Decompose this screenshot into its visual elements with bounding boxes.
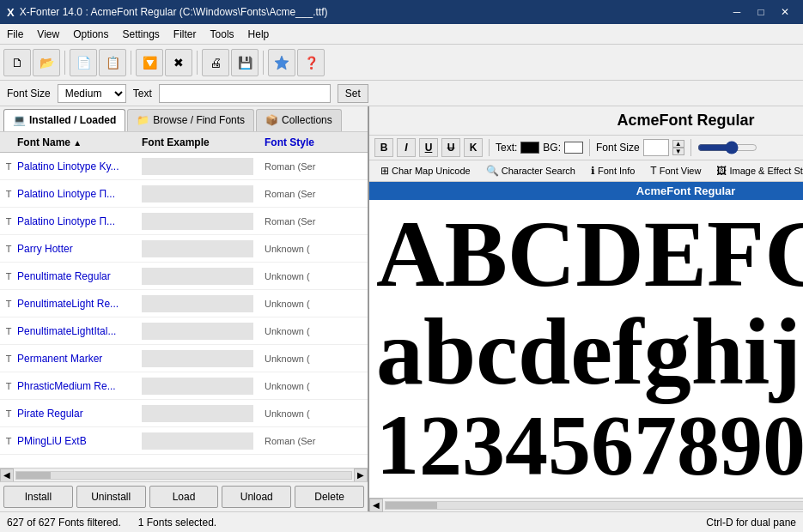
hscroll-left-arrow[interactable]: ◀	[0, 469, 14, 482]
menu-filter[interactable]: Filter	[167, 24, 204, 44]
underline-button[interactable]: U	[419, 138, 438, 157]
menu-settings[interactable]: Settings	[116, 24, 167, 44]
list-item[interactable]: T PMingLiU ExtB Roman (Ser	[0, 427, 368, 455]
list-item[interactable]: T Palatino Linotype П... Roman (Ser	[0, 208, 368, 235]
tab-collections[interactable]: 📦 Collections	[256, 109, 342, 131]
tabs-row: 💻 Installed / Loaded 📁 Browse / Find Fon…	[0, 106, 368, 132]
toolbar-sep-1	[64, 51, 65, 75]
subtab-charmap[interactable]: ⊞ Char Map Unicode	[373, 160, 478, 181]
font-icon: T	[0, 354, 17, 364]
toolbar-copy[interactable]: 📋	[99, 49, 126, 76]
preview-hscroll-track[interactable]	[385, 501, 803, 510]
fontsize-row: Font Size Small Medium Large X-Large Tex…	[0, 81, 803, 106]
font-name: Parry Hotter	[17, 243, 142, 255]
main-area: 💻 Installed / Loaded 📁 Browse / Find Fon…	[0, 106, 803, 511]
list-item[interactable]: T PenultimateLightItal... Unknown (	[0, 317, 368, 345]
hscroll-track[interactable]	[15, 471, 352, 480]
subtab-fontinfo[interactable]: ℹ Font Info	[583, 160, 642, 181]
toolbar-star[interactable]	[268, 49, 295, 76]
font-style: Unknown (	[265, 271, 368, 281]
toolbar-sep-2	[589, 139, 590, 156]
tab-collections-label: Collections	[282, 114, 332, 126]
toolbar-help[interactable]: ❓	[297, 49, 325, 76]
maximize-button[interactable]: □	[750, 3, 772, 21]
menu-help[interactable]: Help	[241, 24, 277, 44]
preview-hscroll-thumb[interactable]	[386, 502, 437, 509]
font-example	[142, 240, 265, 257]
list-item[interactable]: T PhrasticMedium Re... Unknown (	[0, 372, 368, 400]
special-button[interactable]: K	[464, 138, 483, 157]
fontsize-label: Font Size	[7, 88, 51, 100]
charmap-icon: ⊞	[380, 165, 389, 177]
size-slider[interactable]	[697, 144, 757, 151]
col-example-header: Font Example	[142, 136, 265, 148]
minimize-button[interactable]: ─	[726, 3, 748, 21]
strikethrough-button[interactable]: U	[441, 138, 460, 157]
toolbar-filter[interactable]: 🔽	[136, 49, 163, 76]
toolbar-filter-clear[interactable]: ✖	[165, 49, 192, 76]
hscroll-thumb[interactable]	[16, 472, 51, 479]
menu-view[interactable]: View	[30, 24, 66, 44]
unload-button[interactable]: Unload	[222, 486, 291, 508]
font-icon: T	[0, 161, 17, 172]
toolbar-sep-4	[263, 51, 264, 75]
col-style-header[interactable]: Font Style	[265, 136, 368, 148]
font-name: Penultimate Regular	[17, 270, 142, 282]
preview-title: AcmeFont Regular	[636, 184, 736, 197]
list-item[interactable]: T Permanent Marker Unknown (	[0, 345, 368, 372]
font-name: PMingLiU ExtB	[17, 435, 142, 447]
svg-marker-0	[275, 56, 289, 70]
fontsize-rt-label: Font Size	[596, 142, 640, 154]
tab-installed[interactable]: 💻 Installed / Loaded	[3, 109, 125, 131]
list-item[interactable]: T Pirate Regular Unknown (	[0, 400, 368, 427]
subtab-fontview[interactable]: T Font View	[642, 160, 709, 181]
list-item[interactable]: T Palatino Linotype П... Roman (Ser	[0, 180, 368, 208]
bold-button[interactable]: B	[374, 138, 393, 157]
toolbar-export[interactable]: 💾	[231, 49, 259, 76]
list-item[interactable]: T PenultimateLight Re... Unknown (	[0, 290, 368, 317]
tab-browse[interactable]: 📁 Browse / Find Fonts	[127, 109, 254, 131]
load-button[interactable]: Load	[149, 486, 219, 508]
spin-down-button[interactable]: ▼	[672, 148, 684, 155]
close-button[interactable]: ✕	[774, 3, 796, 21]
tab-installed-icon: 💻	[13, 114, 26, 126]
spin-up-button[interactable]: ▲	[672, 140, 684, 148]
titlebar-controls[interactable]: ─ □ ✕	[726, 3, 796, 21]
subtab-imagestudio[interactable]: 🖼 Image & Effect Studio	[709, 160, 803, 181]
delete-button[interactable]: Delete	[295, 486, 364, 508]
shortcut-info: Ctrl-D for dual pane	[706, 517, 796, 529]
menubar: File View Options Settings Filter Tools …	[0, 24, 803, 45]
toolbar-open[interactable]: 📂	[33, 49, 60, 76]
uninstall-button[interactable]: Uninstall	[76, 486, 146, 508]
font-name: Palatino Linotype Ky...	[17, 160, 142, 172]
text-input[interactable]	[159, 84, 331, 103]
menu-tools[interactable]: Tools	[204, 24, 241, 44]
toolbar-info[interactable]: 📄	[70, 49, 97, 76]
fontsize-spinner[interactable]: ▲ ▼	[672, 140, 684, 155]
italic-button[interactable]: I	[397, 138, 416, 157]
hscroll-right-arrow[interactable]: ▶	[354, 469, 368, 482]
set-button[interactable]: Set	[338, 84, 368, 103]
fontsize-select[interactable]: Small Medium Large X-Large	[58, 84, 126, 103]
font-icon: T	[0, 436, 17, 446]
bg-color-swatch[interactable]	[564, 142, 583, 154]
list-item[interactable]: T Penultimate Regular Unknown (	[0, 263, 368, 290]
bg-color-label: BG:	[543, 142, 561, 154]
install-button[interactable]: Install	[3, 486, 73, 508]
font-name: Permanent Marker	[17, 353, 142, 365]
preview-hscroll-left[interactable]: ◀	[369, 499, 383, 512]
list-item[interactable]: T Parry Hotter Unknown (	[0, 235, 368, 263]
tab-browse-icon: 📁	[137, 114, 149, 126]
toolbar-new[interactable]: 🗋	[3, 49, 31, 76]
preview-hscroll: ◀ ▶	[369, 498, 803, 511]
text-color-swatch[interactable]	[520, 142, 539, 154]
font-icon: T	[0, 299, 17, 309]
subtab-charsearch[interactable]: 🔍 Character Search	[478, 160, 583, 181]
toolbar-print[interactable]: 🖨	[202, 49, 229, 76]
list-item[interactable]: T Palatino Linotype Ky... Roman (Ser	[0, 153, 368, 180]
fontsize-input[interactable]: 85	[643, 139, 669, 156]
col-name-header[interactable]: Font Name ▲	[0, 136, 142, 148]
titlebar-left: X X-Fonter 14.0 : AcmeFont Regular (C:\W…	[7, 6, 327, 19]
menu-file[interactable]: File	[0, 24, 30, 44]
menu-options[interactable]: Options	[66, 24, 115, 44]
